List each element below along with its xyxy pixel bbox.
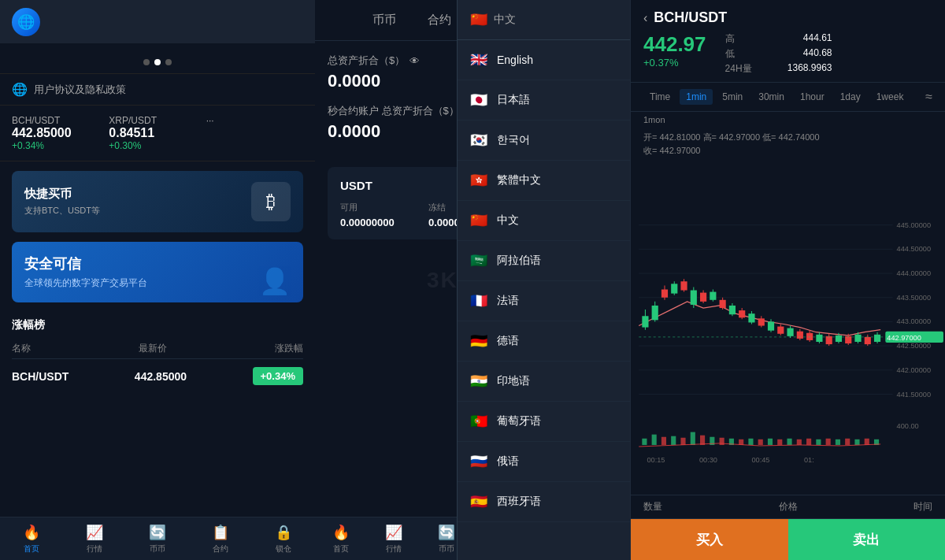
home-icon: 🔥 <box>23 524 40 541</box>
svg-rect-64 <box>865 337 871 344</box>
lang-trad-chinese[interactable]: 🇭🇰 繁體中文 <box>458 161 630 201</box>
eye-icon[interactable]: 👁 <box>410 55 420 67</box>
tf-1day[interactable]: 1day <box>834 89 867 105</box>
mnav-home[interactable]: 🔥 首页 <box>315 524 368 554</box>
tf-time[interactable]: Time <box>643 89 676 105</box>
svg-text:442.00000: 442.00000 <box>897 366 931 374</box>
ticker-xrp[interactable]: XRP/USDT 0.84511 +0.30% <box>109 115 206 151</box>
svg-rect-66 <box>874 335 880 342</box>
user-agreement[interactable]: 🌐 用户协议及隐私政策 <box>0 73 315 106</box>
lang-russian[interactable]: 🇷🇺 俄语 <box>458 442 630 482</box>
svg-text:442.50000: 442.50000 <box>897 342 931 350</box>
svg-rect-54 <box>816 335 822 342</box>
lang-korean[interactable]: 🇰🇷 한국어 <box>458 121 630 161</box>
zhangfu-section: 涨幅榜 名称 最新价 涨跌幅 BCH/USDT 442.85000 +0.34% <box>0 312 315 393</box>
svg-rect-20 <box>652 306 658 320</box>
contract-icon: 📋 <box>212 524 229 541</box>
svg-rect-48 <box>787 328 793 336</box>
nav-home[interactable]: 🔥 首页 <box>0 524 63 554</box>
svg-rect-88 <box>816 439 821 445</box>
ticker-bch[interactable]: BCH/USDT 442.85000 +0.34% <box>12 115 109 151</box>
left-bottom-nav: 🔥 首页 📈 行情 🔄 币币 📋 合约 🔒 锁仓 <box>0 517 315 560</box>
svg-rect-18 <box>642 316 648 327</box>
dot-1 <box>143 59 150 65</box>
flag-french: 🇫🇷 <box>470 292 487 310</box>
chart-pair-title: BCH/USDT <box>654 9 727 26</box>
svg-rect-56 <box>826 336 832 344</box>
coin-icon: 🔄 <box>149 524 166 541</box>
ticker-more[interactable]: ··· <box>206 115 303 151</box>
svg-text:01:: 01: <box>804 456 814 464</box>
tab-coin[interactable]: 币币 <box>366 9 402 31</box>
lang-english[interactable]: 🇬🇧 English <box>458 40 630 80</box>
mnav-market[interactable]: 📈 行情 <box>368 524 421 554</box>
svg-text:400.00: 400.00 <box>897 422 919 430</box>
candle-ohlc-info: 开= 442.81000 高= 442.97000 低= 442.74000收=… <box>631 128 945 158</box>
lang-spanish[interactable]: 🇪🇸 西班牙语 <box>458 482 630 522</box>
svg-rect-38 <box>739 310 745 317</box>
flag-hindi: 🇮🇳 <box>470 373 487 390</box>
svg-rect-62 <box>854 335 861 342</box>
svg-text:445.00000: 445.00000 <box>897 221 931 229</box>
svg-rect-86 <box>797 439 802 445</box>
svg-rect-40 <box>748 313 754 322</box>
chart-stats: 442.97 +0.37% 高 444.61 低 440.68 24H量 136… <box>643 32 932 76</box>
table-row[interactable]: BCH/USDT 442.85000 +0.34% <box>12 358 303 393</box>
chart-pair-nav: ‹ BCH/USDT <box>643 9 932 26</box>
right-panel: ‹ BCH/USDT 442.97 +0.37% 高 444.61 低 440.… <box>630 0 945 560</box>
svg-rect-71 <box>652 435 657 445</box>
flag-english: 🇬🇧 <box>470 51 487 69</box>
nav-contract[interactable]: 📋 合约 <box>189 524 252 554</box>
quick-buy-banner[interactable]: 快捷买币 支持BTC、USDT等 ₿ <box>12 171 303 232</box>
svg-text:443.00000: 443.00000 <box>897 317 931 325</box>
svg-rect-30 <box>700 293 706 302</box>
tab-contract[interactable]: 合约 <box>421 9 458 31</box>
sell-button[interactable]: 卖出 <box>788 519 946 560</box>
lang-japanese[interactable]: 🇯🇵 日本語 <box>458 80 630 121</box>
svg-rect-34 <box>720 300 726 308</box>
timeframe-bar: Time 1min 5min 30min 1hour 1day 1week ≈ <box>631 83 945 112</box>
lang-portuguese[interactable]: 🇵🇹 葡萄牙语 <box>458 402 630 442</box>
lang-hindi[interactable]: 🇮🇳 印地语 <box>458 362 630 402</box>
svg-rect-84 <box>777 439 782 445</box>
lang-german[interactable]: 🇩🇪 德语 <box>458 321 630 362</box>
chart-bottom-labels: 数量 价格 时间 <box>631 495 945 519</box>
flag-german: 🇩🇪 <box>470 332 487 350</box>
current-flag: 🇨🇳 <box>470 11 487 28</box>
logo[interactable]: 🌐 <box>12 8 40 36</box>
current-language: 🇨🇳 中文 <box>470 11 516 28</box>
svg-rect-89 <box>826 439 831 445</box>
back-button[interactable]: ‹ <box>643 11 647 25</box>
price-ticker: BCH/USDT 442.85000 +0.34% XRP/USDT 0.845… <box>0 106 315 161</box>
chart-type-icon[interactable]: ≈ <box>925 90 932 104</box>
nav-coin[interactable]: 🔄 币币 <box>126 524 189 554</box>
lang-chinese[interactable]: 🇨🇳 中文 <box>458 201 630 241</box>
svg-text:00:15: 00:15 <box>647 456 665 464</box>
buy-button[interactable]: 买入 <box>631 519 788 560</box>
safe-banner: 安全可信 全球领先的数字资产交易平台 👤 <box>12 242 303 302</box>
available-col: 可用 0.00000000 <box>340 202 428 228</box>
tf-5min[interactable]: 5min <box>716 89 749 105</box>
svg-rect-26 <box>680 281 687 290</box>
svg-rect-52 <box>806 333 813 340</box>
svg-rect-50 <box>797 332 803 339</box>
svg-rect-90 <box>836 439 840 445</box>
chart-header: ‹ BCH/USDT 442.97 +0.37% 高 444.61 低 440.… <box>631 0 945 83</box>
tf-1min[interactable]: 1min <box>680 89 713 105</box>
tf-1hour[interactable]: 1hour <box>794 89 831 105</box>
svg-rect-44 <box>768 321 774 330</box>
nav-market[interactable]: 📈 行情 <box>63 524 126 554</box>
svg-rect-91 <box>845 439 850 445</box>
flag-portuguese: 🇵🇹 <box>470 413 487 430</box>
nav-lock[interactable]: 🔒 锁仓 <box>252 524 315 554</box>
svg-rect-70 <box>642 439 647 445</box>
mnav-market-icon: 📈 <box>385 524 402 541</box>
tf-30min[interactable]: 30min <box>752 89 791 105</box>
tf-1week[interactable]: 1week <box>870 89 910 105</box>
banner-figure: 👤 <box>259 266 291 296</box>
svg-text:443.50000: 443.50000 <box>897 294 931 302</box>
lang-french[interactable]: 🇫🇷 法语 <box>458 281 630 321</box>
lang-arabic[interactable]: 🇸🇦 阿拉伯语 <box>458 241 630 281</box>
svg-text:00:30: 00:30 <box>699 456 717 464</box>
svg-rect-22 <box>662 290 668 298</box>
